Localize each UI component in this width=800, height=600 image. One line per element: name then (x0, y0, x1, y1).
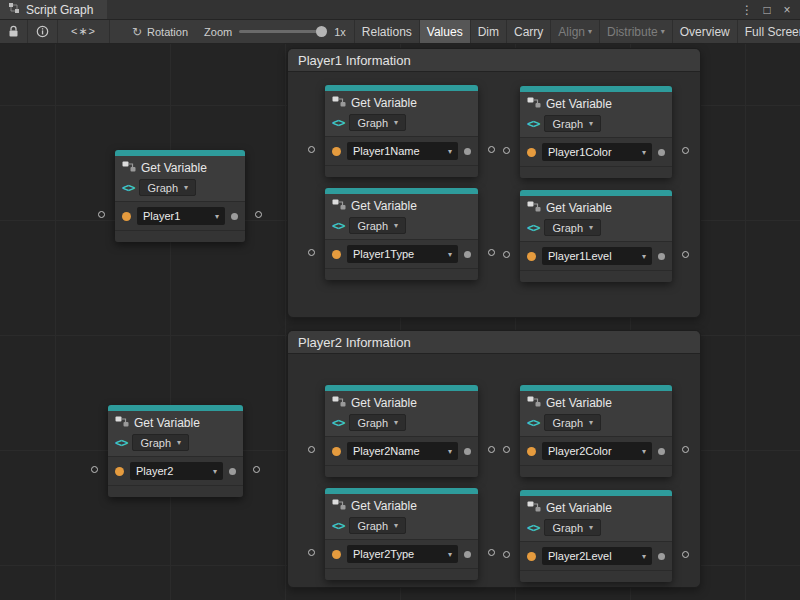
input-port-dot[interactable] (527, 252, 536, 261)
get-variable-node-player2[interactable]: Get Variable <> Graph ▾ Player2 ▾ (108, 405, 243, 497)
node-footer (108, 486, 243, 497)
get-variable-node-player2level[interactable]: Get Variable <> Graph ▾ Player2Level ▾ (520, 490, 672, 582)
output-port[interactable] (488, 446, 495, 453)
node-footer (325, 466, 478, 477)
zoom-slider-knob[interactable] (316, 26, 327, 37)
scope-dropdown[interactable]: Graph ▾ (544, 519, 601, 536)
toolbar-button-full-screen[interactable]: Full Screen (737, 20, 800, 43)
variable-name-label: Player2 (136, 465, 173, 477)
input-port-dot[interactable] (115, 467, 124, 476)
variable-name-dropdown[interactable]: Player2 ▾ (130, 462, 223, 480)
close-icon[interactable]: × (778, 3, 796, 17)
toolbar-button-overview[interactable]: Overview (672, 20, 737, 43)
variable-name-dropdown[interactable]: Player2Level ▾ (542, 547, 652, 565)
left-port[interactable] (98, 211, 105, 218)
output-port[interactable] (253, 466, 260, 473)
input-port-dot[interactable] (332, 250, 341, 259)
variable-name-dropdown[interactable]: Player2Type ▾ (347, 545, 458, 563)
left-port[interactable] (308, 249, 315, 256)
input-port-dot[interactable] (332, 447, 341, 456)
node-title: Get Variable (546, 501, 612, 515)
get-variable-node-player1level[interactable]: Get Variable <> Graph ▾ Player1Level ▾ (520, 190, 672, 282)
graph-canvas[interactable]: Player1 Information Player2 Information … (0, 44, 800, 600)
scope-dropdown[interactable]: Graph ▾ (349, 217, 406, 234)
output-port[interactable] (255, 211, 262, 218)
node-footer (520, 571, 672, 582)
input-port-dot[interactable] (527, 552, 536, 561)
variable-kind-icon: <> (115, 436, 127, 450)
scope-dropdown[interactable]: Graph ▾ (544, 115, 601, 132)
output-port[interactable] (682, 551, 689, 558)
variable-name-dropdown[interactable]: Player2Name ▾ (347, 442, 458, 460)
left-port[interactable] (91, 466, 98, 473)
lock-button[interactable] (0, 20, 28, 43)
input-port-dot[interactable] (527, 447, 536, 456)
zoom-slider[interactable] (239, 30, 327, 33)
maximize-icon[interactable]: □ (758, 3, 776, 17)
chevron-down-icon: ▾ (215, 212, 219, 221)
toolbar-button-values[interactable]: Values (419, 20, 470, 43)
toolbar-button-label: Distribute (607, 25, 658, 39)
info-button[interactable] (28, 20, 58, 43)
left-port[interactable] (503, 551, 510, 558)
variable-name-dropdown[interactable]: Player1Type ▾ (347, 245, 458, 263)
left-port[interactable] (503, 446, 510, 453)
output-port[interactable] (682, 147, 689, 154)
scope-dropdown[interactable]: Graph ▾ (544, 219, 601, 236)
get-variable-node-player1type[interactable]: Get Variable <> Graph ▾ Player1Type ▾ (325, 188, 478, 280)
window-menu-icon[interactable]: ⋮ (738, 3, 756, 17)
input-port-dot[interactable] (332, 147, 341, 156)
variable-name-label: Player1Type (353, 248, 414, 260)
scope-dropdown[interactable]: Graph ▾ (349, 414, 406, 431)
toolbar-button-carry[interactable]: Carry (506, 20, 550, 43)
tab-script-graph[interactable]: Script Graph (0, 0, 107, 19)
left-port[interactable] (308, 446, 315, 453)
input-port-dot[interactable] (122, 212, 131, 221)
scope-dropdown[interactable]: Graph ▾ (139, 179, 196, 196)
variable-kind-icon: <> (527, 521, 539, 535)
get-variable-node-player1name[interactable]: Get Variable <> Graph ▾ Player1Name ▾ (325, 85, 478, 177)
get-variable-node-player2name[interactable]: Get Variable <> Graph ▾ Player2Name ▾ (325, 385, 478, 477)
left-port[interactable] (503, 147, 510, 154)
variable-name-label: Player2Name (353, 445, 420, 457)
left-port[interactable] (308, 549, 315, 556)
toolbar-button-relations[interactable]: Relations (354, 20, 419, 43)
get-variable-node-player1color[interactable]: Get Variable <> Graph ▾ Player1Color ▾ (520, 86, 672, 178)
output-port[interactable] (488, 249, 495, 256)
group-header[interactable]: Player2 Information (288, 331, 700, 354)
get-variable-node-player2color[interactable]: Get Variable <> Graph ▾ Player2Color ▾ (520, 385, 672, 477)
graph-unit-icon (332, 94, 346, 112)
output-port[interactable] (682, 446, 689, 453)
output-port[interactable] (682, 251, 689, 258)
node-header: Get Variable <> Graph ▾ (325, 494, 478, 539)
graph-unit-icon (332, 497, 346, 515)
toolbar-buttons: RelationsValuesDimCarryAlign▾Distribute▾… (354, 20, 800, 43)
variable-name-dropdown[interactable]: Player1Level ▾ (542, 247, 652, 265)
output-port[interactable] (488, 146, 495, 153)
scope-dropdown[interactable]: Graph ▾ (349, 517, 406, 534)
variable-name-dropdown[interactable]: Player1Name ▾ (347, 142, 458, 160)
variable-name-dropdown[interactable]: Player2Color ▾ (542, 442, 652, 460)
rotation-control[interactable]: ↻ Rotation (124, 20, 196, 43)
output-port[interactable] (488, 549, 495, 556)
scope-dropdown[interactable]: Graph ▾ (132, 434, 189, 451)
input-port-dot[interactable] (332, 550, 341, 559)
scope-dropdown[interactable]: Graph ▾ (349, 114, 406, 131)
left-port[interactable] (308, 146, 315, 153)
graph-breadcrumb-button[interactable]: <∗> (58, 20, 110, 43)
node-title: Get Variable (546, 396, 612, 410)
get-variable-node-player1[interactable]: Get Variable <> Graph ▾ Player1 ▾ (115, 150, 245, 242)
scope-dropdown[interactable]: Graph ▾ (544, 414, 601, 431)
variable-name-dropdown[interactable]: Player1Color ▾ (542, 143, 652, 161)
variable-kind-icon: <> (527, 117, 539, 131)
toolbar-button-dim[interactable]: Dim (470, 20, 506, 43)
toolbar-button-label: Dim (478, 25, 499, 39)
left-port[interactable] (503, 251, 510, 258)
variable-row: Player1Type ▾ (325, 239, 478, 269)
graph-unit-icon (527, 199, 541, 217)
variable-name-label: Player2Color (548, 445, 612, 457)
variable-name-dropdown[interactable]: Player1 ▾ (137, 207, 225, 225)
input-port-dot[interactable] (527, 148, 536, 157)
group-header[interactable]: Player1 Information (288, 49, 700, 72)
get-variable-node-player2type[interactable]: Get Variable <> Graph ▾ Player2Type ▾ (325, 488, 478, 580)
